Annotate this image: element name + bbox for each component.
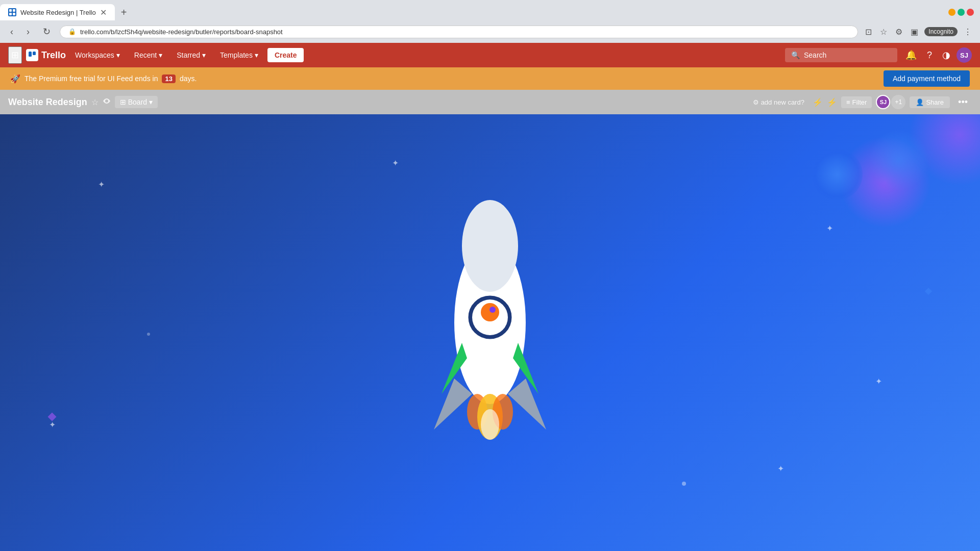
svg-rect-5: [33, 52, 36, 55]
nav-right-icons: 🔔 ? ◑ SJ: [901, 47, 972, 63]
board-title[interactable]: Website Redesign: [8, 97, 87, 108]
svg-point-10: [481, 303, 499, 321]
filter-btn[interactable]: ≡ Filter: [841, 96, 872, 108]
window-controls: [948, 9, 980, 16]
svg-rect-0: [9, 9, 12, 12]
deco-dot-1: [682, 482, 686, 486]
back-btn[interactable]: ‹: [6, 24, 17, 39]
chevron-down-icon: ▾: [255, 51, 258, 59]
browser-actions: ⊡ ☆ ⚙ ▣ Incognito ⋮: [863, 25, 974, 39]
illustration-panel: ✦ ✦ ✦ ✦ ✦ ✦: [0, 114, 980, 551]
workspaces-menu-btn[interactable]: Workspaces ▾: [70, 49, 125, 61]
chevron-down-icon: ▾: [116, 51, 120, 59]
board-header: Website Redesign ☆ ⊞ Board ▾ ⚙ add new c…: [0, 90, 980, 114]
chevron-down-icon: ▾: [202, 51, 206, 59]
modal-overlay: × Success! Your report is all set up. Up…: [0, 114, 980, 551]
browser-chrome: Website Redesign | Trello ✕ + ‹ › ↻ 🔒 tr…: [0, 0, 980, 43]
add-payment-btn[interactable]: Add payment method: [884, 70, 970, 87]
menu-btn[interactable]: ⋮: [962, 25, 974, 39]
notifications-btn[interactable]: 🔔: [901, 47, 921, 63]
sidebar-btn[interactable]: ▣: [909, 25, 920, 39]
tab-close-btn[interactable]: ✕: [100, 8, 107, 17]
app: ⊞ Trello Workspaces ▾ Recent ▾ Starred ▾…: [0, 43, 980, 551]
visibility-btn[interactable]: [103, 97, 111, 107]
trello-logo-icon: [26, 49, 38, 61]
svg-point-7: [462, 200, 518, 292]
add-card-btn[interactable]: ⚙ add new card?: [749, 96, 808, 108]
help-btn[interactable]: ?: [923, 48, 936, 63]
banner-text-after: days.: [180, 74, 197, 83]
forward-btn[interactable]: ›: [22, 24, 34, 39]
minimize-btn[interactable]: [948, 9, 955, 16]
create-btn[interactable]: Create: [267, 48, 304, 62]
starred-menu-btn[interactable]: Starred ▾: [172, 49, 211, 61]
active-tab[interactable]: Website Redesign | Trello ✕: [0, 4, 115, 20]
chevron-down-icon: ▾: [149, 98, 153, 106]
member-avatar-sj[interactable]: SJ: [876, 95, 890, 109]
refresh-btn[interactable]: ↻: [39, 24, 55, 39]
star-board-btn[interactable]: ☆: [91, 97, 99, 107]
user-avatar[interactable]: SJ: [957, 47, 972, 63]
trello-logo-text: Trello: [41, 50, 66, 61]
board-header-actions: ⚙ add new card? ⚡ ⚡ ≡ Filter SJ +1 👤 Sha…: [749, 95, 972, 110]
main-content: U UI Feed Premium ‹ ⊞ Boards 👤 Members +: [0, 114, 980, 551]
svg-rect-3: [13, 13, 15, 15]
more-options-btn[interactable]: •••: [954, 95, 972, 110]
tab-favicon: [8, 8, 16, 16]
search-box[interactable]: 🔍 Search: [785, 48, 897, 62]
templates-menu-btn[interactable]: Templates ▾: [215, 49, 263, 61]
banner-text-before: The Premium free trial for UI Feed ends …: [24, 74, 158, 83]
bookmark-btn[interactable]: ☆: [878, 25, 889, 39]
svg-marker-13: [508, 379, 546, 430]
grid-menu-btn[interactable]: ⊞: [8, 46, 22, 64]
navbar: ⊞ Trello Workspaces ▾ Recent ▾ Starred ▾…: [0, 43, 980, 67]
address-bar-row: ‹ › ↻ 🔒 trello.com/b/lzcfSh4q/website-re…: [0, 20, 980, 43]
banner-days: 13: [162, 74, 175, 83]
settings-icon: ⚙: [753, 98, 759, 106]
svg-marker-12: [434, 379, 472, 430]
extensions-btn[interactable]: ⚙: [893, 25, 904, 39]
member-count-badge[interactable]: +1: [891, 95, 905, 109]
automation-icon[interactable]: ⚡: [813, 97, 823, 107]
premium-banner: 🚀 The Premium free trial for UI Feed end…: [0, 67, 980, 90]
url-text: trello.com/b/lzcfSh4q/website-redesign/b…: [80, 28, 283, 36]
share-icon: 👤: [916, 98, 924, 106]
board-view-selector[interactable]: ⊞ Board ▾: [115, 96, 158, 108]
svg-rect-2: [9, 13, 12, 15]
filter-icon: ≡: [846, 98, 850, 106]
incognito-badge: Incognito: [924, 27, 958, 36]
svg-point-19: [481, 409, 499, 440]
cast-btn[interactable]: ⊡: [863, 25, 874, 39]
chevron-down-icon: ▾: [159, 51, 162, 59]
search-placeholder: Search: [804, 51, 826, 59]
trello-logo[interactable]: Trello: [26, 49, 66, 61]
search-icon: 🔍: [791, 51, 800, 59]
tab-title: Website Redesign | Trello: [20, 9, 96, 16]
address-bar[interactable]: 🔒 trello.com/b/lzcfSh4q/website-redesign…: [60, 26, 858, 38]
svg-rect-1: [13, 9, 15, 12]
svg-point-11: [489, 307, 496, 313]
grid-icon: ⊞: [120, 98, 126, 106]
svg-rect-4: [29, 52, 32, 57]
lightning-icon[interactable]: ⚡: [827, 97, 837, 107]
banner-emoji: 🚀: [10, 74, 20, 84]
maximize-btn[interactable]: [958, 9, 965, 16]
close-btn[interactable]: [967, 9, 974, 16]
board-members: SJ +1: [876, 95, 905, 109]
theme-btn[interactable]: ◑: [938, 47, 954, 63]
new-tab-btn[interactable]: +: [115, 7, 133, 18]
deco-dot-2: [147, 333, 150, 336]
share-btn[interactable]: 👤 Share: [910, 96, 950, 108]
lock-icon: 🔒: [68, 28, 76, 35]
recent-menu-btn[interactable]: Recent ▾: [129, 49, 167, 61]
